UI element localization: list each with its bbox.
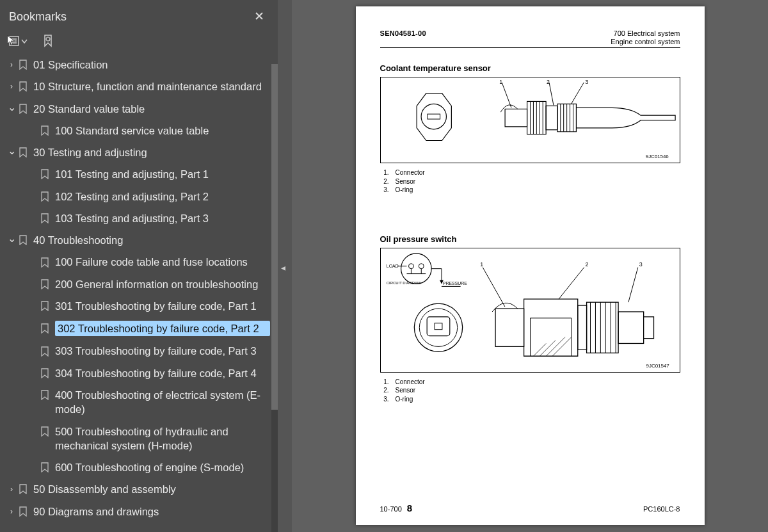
svg-text:3: 3 [585,79,588,85]
bookmark-item[interactable]: 400 Troubleshooting of electrical system… [0,384,274,421]
svg-line-58 [483,267,505,306]
bookmark-label: 600 Troubleshooting of engine (S-mode) [55,460,270,474]
doc-header-right-2: Engine control system [611,38,680,46]
bookmark-item[interactable]: 500 Troubleshooting of hydraulic and mec… [0,421,274,457]
sidebar-title: Bookmarks [9,10,67,24]
bookmark-item[interactable]: 304 Troubleshooting by failure code, Par… [0,362,274,384]
chevron-down-icon[interactable]: ⌄ [6,144,17,158]
footer-section-num: 10-700 [380,505,402,513]
doc-header-right-1: 700 Electrical system [611,29,680,38]
bookmark-label: 30 Testing and adjusting [33,145,270,159]
collapse-arrow-icon: ◂ [281,262,285,273]
legend-text: O-ring [396,395,413,404]
bookmark-label: 10 Structure, function and maintenance s… [33,79,270,93]
chevron-right-icon[interactable]: › [6,60,17,70]
svg-text:9JC01546: 9JC01546 [645,154,669,159]
bookmark-item[interactable]: ›10 Structure, function and maintenance … [0,76,274,97]
chevron-right-icon[interactable]: › [6,506,17,517]
svg-line-23 [549,83,554,105]
bookmark-label: 500 Troubleshooting of hydraulic and mec… [55,424,270,453]
bookmark-item[interactable]: ⌄40 Troubleshooting [0,229,274,251]
svg-line-46 [540,340,556,356]
legend-number: 3. [380,186,389,195]
svg-text:3: 3 [639,261,642,267]
bookmark-item[interactable]: ›50 Disassembly and assembly [0,478,274,500]
bookmark-item[interactable]: 302 Troubleshooting by failure code, Par… [0,317,274,340]
bookmark-item[interactable]: 101 Testing and adjusting, Part 1 [0,163,274,185]
legend-text: Sensor [396,177,416,186]
svg-line-60 [559,267,584,298]
legend-row: 3.O-ring [380,395,680,404]
bookmark-icon [17,484,29,494]
bookmark-item[interactable]: 100 Standard service value table [0,120,274,141]
diagram-2: LOAD CIRCUIT DIAGRAM PRESSURE [380,248,680,373]
legend-number: 3. [380,395,389,404]
pdf-page: SEN04581-00 700 Electrical system Engine… [356,6,705,525]
bookmark-label: 01 Specification [33,58,270,72]
collapse-handle[interactable]: ◂ [278,0,292,532]
svg-rect-7 [427,114,440,119]
bookmark-item[interactable]: ⌄20 Standard value table [0,98,274,120]
bookmark-item[interactable]: 102 Testing and adjusting, Part 2 [0,186,274,207]
bookmark-icon [17,81,29,92]
svg-line-62 [628,267,637,302]
chevron-down-icon[interactable]: ⌄ [6,101,17,115]
bookmark-item[interactable]: 100 Failure code table and fuse location… [0,251,274,273]
legend-text: Connector [396,378,425,387]
sidebar-header: Bookmarks [0,0,278,31]
bookmark-label: 50 Disassembly and assembly [33,482,270,496]
bookmark-item[interactable]: 103 Testing and adjusting, Part 3 [0,207,274,229]
legend-row: 2.Sensor [380,386,680,395]
doc-section-header: 700 Electrical system Engine control sys… [611,29,680,45]
document-area[interactable]: SEN04581-00 700 Electrical system Engine… [292,0,768,532]
bookmark-ribbon-icon[interactable] [42,35,54,47]
bookmark-label: 101 Testing and adjusting, Part 1 [55,167,270,181]
bookmark-label: 102 Testing and adjusting, Part 2 [55,189,270,204]
bookmark-icon [38,191,51,202]
bookmark-item[interactable]: 600 Troubleshooting of engine (S-mode) [0,456,274,478]
svg-point-4 [46,37,50,41]
chevron-down-icon[interactable]: ⌄ [6,232,17,246]
bookmark-icon [38,346,51,357]
legend-row: 3.O-ring [380,186,680,195]
legend-text: Connector [396,168,425,177]
bookmark-label: 200 General information on troubleshooti… [55,277,270,291]
bookmark-item[interactable]: 303 Troubleshooting by failure code, Par… [0,340,274,362]
svg-rect-57 [618,312,644,343]
chevron-right-icon[interactable]: › [6,81,17,92]
outline-options-icon[interactable] [9,35,28,47]
svg-rect-49 [577,305,586,350]
bookmark-item[interactable]: 200 General information on troubleshooti… [0,273,274,295]
scrollbar[interactable] [271,64,278,532]
bookmark-icon [17,147,29,157]
coolant-sensor-svg: 1 2 3 9JC01546 [381,77,680,163]
bookmark-icon [38,213,51,223]
bookmarks-panel: Bookmarks ›01 Specification›10 Structure… [0,0,278,532]
bookmark-icon [38,426,51,437]
scroll-thumb[interactable] [271,64,278,410]
close-icon[interactable] [250,8,269,26]
bookmark-icon [17,235,29,245]
svg-text:2: 2 [585,261,588,267]
bookmark-icon [38,279,51,289]
bookmark-item[interactable]: ⌄30 Testing and adjusting [0,141,274,163]
bookmark-item[interactable]: 301 Troubleshooting by failure code, Par… [0,295,274,317]
bookmark-item[interactable]: ›90 Diagrams and drawings [0,501,274,522]
bookmark-label: 400 Troubleshooting of electrical system… [55,388,270,417]
legend-number: 1. [380,168,389,177]
bookmark-label: 40 Troubleshooting [33,233,270,247]
bookmark-icon [38,462,51,472]
svg-point-30 [419,264,424,269]
svg-rect-14 [546,106,557,130]
bookmark-icon [38,257,51,268]
bookmark-list[interactable]: ›01 Specification›10 Structure, function… [0,54,278,532]
bookmark-icon [38,368,51,378]
legend-number: 2. [380,177,389,186]
svg-text:CIRCUIT
DIAGRAM: CIRCUIT DIAGRAM [386,281,420,285]
chevron-right-icon[interactable]: › [6,484,17,494]
doc-id: SEN04581-00 [380,29,426,45]
bookmark-item[interactable]: ›01 Specification [0,54,274,76]
legend-row: 2.Sensor [380,177,680,186]
svg-text:2: 2 [547,79,550,85]
oil-pressure-svg: LOAD CIRCUIT DIAGRAM PRESSURE [381,248,680,372]
